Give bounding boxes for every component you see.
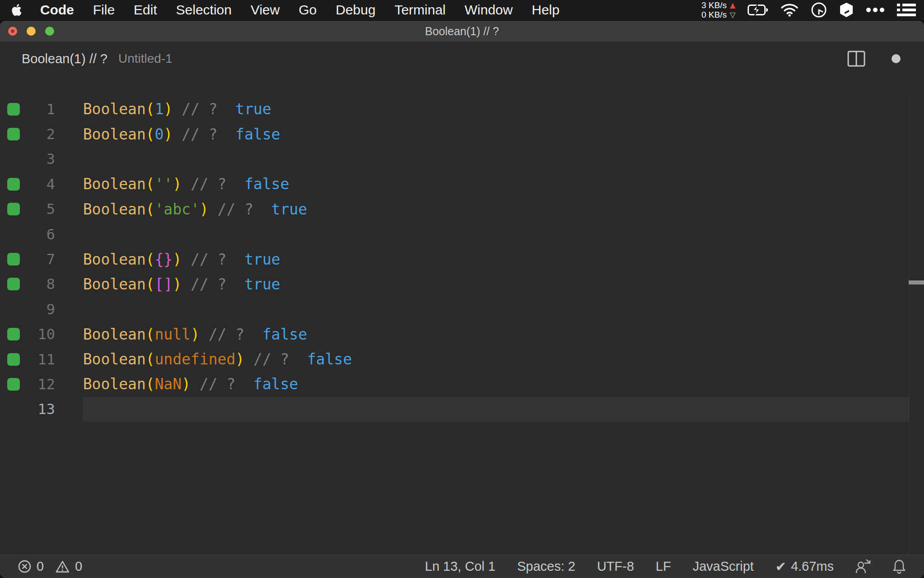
code-token: 0 <box>155 126 164 143</box>
code-token: true <box>245 251 280 268</box>
apple-menu[interactable] <box>11 2 24 18</box>
menu-item-help[interactable]: Help <box>522 2 569 18</box>
code-token: 'abc' <box>155 200 199 218</box>
code-token: // ? <box>217 200 253 218</box>
cursor-position-status[interactable]: Ln 13, Col 1 <box>425 559 495 574</box>
menu-item-file[interactable]: File <box>83 2 124 18</box>
menu-item-terminal[interactable]: Terminal <box>385 2 455 18</box>
wifi-icon <box>781 3 799 17</box>
code-token <box>173 100 182 118</box>
line-number: 10 <box>0 326 55 343</box>
more-menu[interactable] <box>866 7 885 13</box>
bell-icon <box>892 559 906 574</box>
notifications-button[interactable] <box>892 559 906 574</box>
code-token <box>208 200 217 218</box>
window-titlebar[interactable]: Boolean(1) // ? <box>0 21 924 42</box>
problems-status[interactable]: 0 0 <box>18 559 88 574</box>
network-speed-widget[interactable]: 3 KB/s ▲ 0 KB/s ▽ <box>702 0 735 19</box>
overview-ruler <box>909 97 924 555</box>
code-token: Boolean <box>83 375 146 393</box>
code-line-11[interactable]: 11Boolean(undefined) // ? false <box>0 347 924 372</box>
menu-item-window[interactable]: Window <box>455 2 522 18</box>
cube-app-menu[interactable] <box>839 2 854 18</box>
code-line-5[interactable]: 5Boolean('abc') // ? true <box>0 197 924 222</box>
code-line-6[interactable]: 6 <box>0 222 924 247</box>
code-token: Boolean <box>83 350 146 368</box>
code-line-10[interactable]: 10Boolean(null) // ? false <box>0 322 924 347</box>
status-bar: 0 0 Ln 13, Col 1 Spaces: 2 UTF-8 LF Java… <box>0 555 924 578</box>
code-token: [] <box>155 275 173 293</box>
code-token: '' <box>155 175 173 193</box>
menu-item-debug[interactable]: Debug <box>326 2 385 18</box>
close-button[interactable] <box>8 27 17 36</box>
code-text: Boolean([]) // ? true <box>83 275 280 293</box>
menu-item-view[interactable]: View <box>241 2 289 18</box>
code-token: Boolean <box>83 126 146 143</box>
encoding-status[interactable]: UTF-8 <box>597 559 634 574</box>
code-text: Boolean(undefined) // ? false <box>83 350 352 368</box>
code-token <box>226 175 245 193</box>
code-text: Boolean(null) // ? false <box>83 326 307 343</box>
code-line-4[interactable]: 4Boolean('') // ? false <box>0 172 924 196</box>
line-number: 12 <box>0 376 55 393</box>
code-text: Boolean(0) // ? false <box>83 126 280 143</box>
code-token: true <box>245 275 280 293</box>
code-line-1[interactable]: 1Boolean(1) // ? true <box>0 97 924 121</box>
code-token: Boolean <box>83 175 146 193</box>
code-line-13[interactable]: 13 <box>0 397 924 422</box>
quokka-time: 4.67ms <box>791 559 834 574</box>
line-number: 4 <box>0 176 55 193</box>
wifi-menu[interactable] <box>781 3 799 17</box>
line-number: 2 <box>0 126 55 143</box>
unsaved-changes-dot[interactable] <box>892 54 901 63</box>
code-line-8[interactable]: 8Boolean([]) // ? true <box>0 272 924 297</box>
code-line-7[interactable]: 7Boolean({}) // ? true <box>0 247 924 271</box>
line-number: 13 <box>0 401 55 418</box>
language-mode-status[interactable]: JavaScript <box>693 559 753 574</box>
tab-title[interactable]: Boolean(1) // ? <box>22 51 107 66</box>
notification-center-menu[interactable] <box>897 3 916 17</box>
code-editor[interactable]: 1Boolean(1) // ? true2Boolean(0) // ? fa… <box>0 97 924 555</box>
code-line-9[interactable]: 9 <box>0 297 924 322</box>
code-token: 1 <box>155 100 164 118</box>
eol-status[interactable]: LF <box>656 559 671 574</box>
code-token: ( <box>146 200 155 218</box>
code-token <box>245 326 263 343</box>
code-text: Boolean('') // ? false <box>83 175 289 193</box>
minimize-button[interactable] <box>27 27 36 36</box>
code-token: false <box>307 350 352 368</box>
code-token: ( <box>146 251 155 268</box>
code-text: Boolean('abc') // ? true <box>83 200 307 218</box>
feedback-button[interactable] <box>855 559 871 574</box>
menu-item-code[interactable]: Code <box>31 2 83 18</box>
menu-item-selection[interactable]: Selection <box>166 2 241 18</box>
menu-item-edit[interactable]: Edit <box>124 2 166 18</box>
code-token: // ? <box>254 350 289 368</box>
clock-icon <box>811 2 827 18</box>
code-token: ) <box>173 251 182 268</box>
scrollbar-marker[interactable] <box>909 280 924 284</box>
zoom-button[interactable] <box>45 27 54 36</box>
code-token: NaN <box>155 375 182 393</box>
check-icon: ✔ <box>776 559 786 574</box>
code-token: false <box>254 375 298 393</box>
split-editor-icon[interactable] <box>847 51 865 67</box>
code-token: undefined <box>155 350 236 368</box>
code-token: null <box>155 326 190 343</box>
indentation-status[interactable]: Spaces: 2 <box>517 559 575 574</box>
code-line-3[interactable]: 3 <box>0 147 924 172</box>
battery-menu[interactable] <box>748 4 768 16</box>
line-number: 6 <box>0 226 55 243</box>
menu-item-go[interactable]: Go <box>289 2 326 18</box>
code-line-12[interactable]: 12Boolean(NaN) // ? false <box>0 372 924 396</box>
apple-icon <box>11 3 23 17</box>
code-token <box>254 200 272 218</box>
code-line-2[interactable]: 2Boolean(0) // ? false <box>0 121 924 146</box>
code-token <box>182 175 191 193</box>
clock-menu[interactable] <box>811 2 827 18</box>
net-download-speed: 0 KB/s <box>702 10 727 19</box>
code-token: ( <box>146 375 155 393</box>
code-token: ( <box>146 350 155 368</box>
editor-window: Boolean(1) // ? Boolean(1) // ? Untitled… <box>0 21 924 578</box>
quokka-time-status[interactable]: ✔ 4.67ms <box>776 559 834 574</box>
